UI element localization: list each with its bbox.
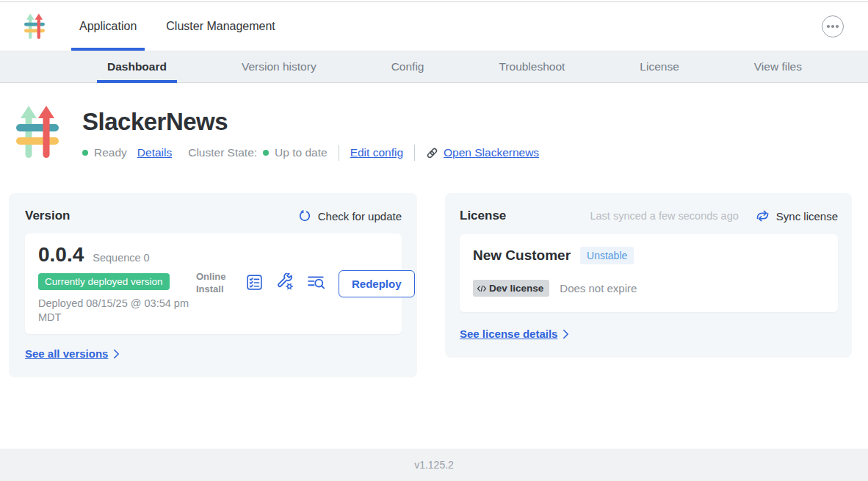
subnav-tab-config[interactable]: Config — [381, 51, 435, 82]
subnav-tab-license[interactable]: License — [629, 51, 689, 82]
cluster-status-dot — [263, 150, 269, 156]
open-app-link[interactable]: Open Slackernews — [426, 146, 539, 159]
config-values-button[interactable] — [276, 273, 294, 294]
version-card: Version Check for update 0.0.4 Sequence … — [9, 193, 417, 377]
check-for-update-link[interactable]: Check for update — [298, 209, 402, 223]
sync-license-link[interactable]: Sync license — [756, 210, 838, 223]
ellipsis-icon — [827, 25, 830, 28]
tab-cluster-management-label: Cluster Management — [166, 20, 275, 33]
license-type-row: Dev license Does not expire — [473, 280, 825, 297]
version-number: 0.0.4 — [38, 243, 84, 267]
chain-link-icon — [426, 147, 438, 159]
app-status-text: Ready — [94, 146, 127, 159]
tab-application[interactable]: Application — [71, 2, 145, 51]
check-for-update-label: Check for update — [318, 210, 402, 223]
subnav-tab-dashboard[interactable]: Dashboard — [97, 51, 177, 82]
license-details-panel: New Customer Unstable Dev license Does n… — [460, 234, 838, 312]
deployed-timestamp: Deployed 08/15/25 @ 03:54 pm MDT — [38, 297, 191, 324]
tab-application-label: Application — [79, 20, 137, 33]
app-subnav: Dashboard Version history Config Trouble… — [0, 51, 868, 83]
dashboard-cards: Version Check for update 0.0.4 Sequence … — [0, 193, 868, 377]
version-sequence: Sequence 0 — [93, 252, 149, 264]
deploy-logs-button[interactable] — [307, 274, 326, 294]
wrench-gear-icon — [276, 273, 294, 294]
admin-console-page: Application Cluster Management Dashboard… — [0, 0, 868, 481]
last-synced-text: Last synced a few seconds ago — [590, 210, 738, 222]
dashboard-main: SlackerNews Ready Details Cluster State:… — [0, 83, 868, 377]
edit-config-link[interactable]: Edit config — [350, 146, 403, 159]
license-card-title: License — [460, 209, 506, 223]
channel-badge: Unstable — [580, 247, 634, 264]
subnav-tab-version-history[interactable]: Version history — [231, 51, 327, 82]
license-card-header: License Last synced a few seconds ago Sy… — [460, 209, 838, 223]
redeploy-button[interactable]: Redeploy — [339, 270, 415, 297]
license-header-actions: Last synced a few seconds ago Sync licen… — [590, 210, 838, 223]
primary-nav-tabs: Application Cluster Management — [71, 2, 283, 51]
sync-arrows-icon — [756, 210, 770, 222]
see-all-versions-link[interactable]: See all versions — [25, 347, 120, 360]
checklist-icon — [245, 273, 264, 294]
version-actions: Online Install — [196, 243, 415, 324]
subnav-tab-view-files[interactable]: View files — [744, 51, 812, 82]
refresh-icon — [298, 209, 311, 223]
chevron-right-icon — [563, 329, 569, 339]
divider — [339, 145, 339, 161]
console-version: v1.125.2 — [414, 459, 454, 471]
customer-name: New Customer — [473, 247, 571, 264]
console-footer: v1.125.2 — [0, 449, 868, 481]
primary-navbar: Application Cluster Management — [0, 2, 868, 51]
app-hero: SlackerNews Ready Details Cluster State:… — [0, 83, 868, 161]
divider — [414, 145, 415, 161]
license-type-label: Dev license — [489, 283, 543, 294]
license-type-badge: Dev license — [473, 280, 549, 297]
tab-cluster-management[interactable]: Cluster Management — [158, 2, 283, 51]
code-brackets-icon — [477, 284, 487, 293]
version-card-title: Version — [25, 209, 70, 223]
sync-license-label: Sync license — [776, 210, 838, 223]
preflight-checks-button[interactable] — [245, 273, 264, 294]
deployed-status-badge: Currently deployed version — [38, 273, 170, 290]
version-card-header: Version Check for update — [25, 209, 402, 223]
install-type-label: Online Install — [196, 271, 233, 296]
app-status-dot — [82, 150, 88, 156]
app-title: SlackerNews — [82, 108, 539, 136]
license-card: License Last synced a few seconds ago Sy… — [445, 193, 852, 358]
see-license-details-label: See license details — [460, 328, 557, 340]
cluster-state-text: Up to date — [275, 146, 328, 159]
overflow-menu-button[interactable] — [822, 15, 844, 37]
current-version-panel: 0.0.4 Sequence 0 Currently deployed vers… — [25, 234, 402, 334]
see-all-versions-label: See all versions — [25, 347, 108, 360]
logs-magnifier-icon — [307, 274, 326, 294]
app-logo-icon — [24, 13, 45, 40]
slackernews-logo-icon — [16, 105, 59, 161]
see-license-details-link[interactable]: See license details — [460, 328, 569, 340]
subnav-tab-troubleshoot[interactable]: Troubleshoot — [488, 51, 575, 82]
open-app-label: Open Slackernews — [444, 146, 539, 159]
hero-content: SlackerNews Ready Details Cluster State:… — [82, 105, 539, 161]
chevron-right-icon — [113, 349, 120, 359]
cluster-state-label: Cluster State: — [188, 146, 257, 159]
app-status-row: Ready Details Cluster State: Up to date … — [82, 145, 539, 161]
details-link[interactable]: Details — [137, 146, 172, 159]
version-info: 0.0.4 Sequence 0 Currently deployed vers… — [38, 243, 196, 324]
license-expiration: Does not expire — [560, 282, 637, 294]
customer-row: New Customer Unstable — [473, 247, 825, 264]
